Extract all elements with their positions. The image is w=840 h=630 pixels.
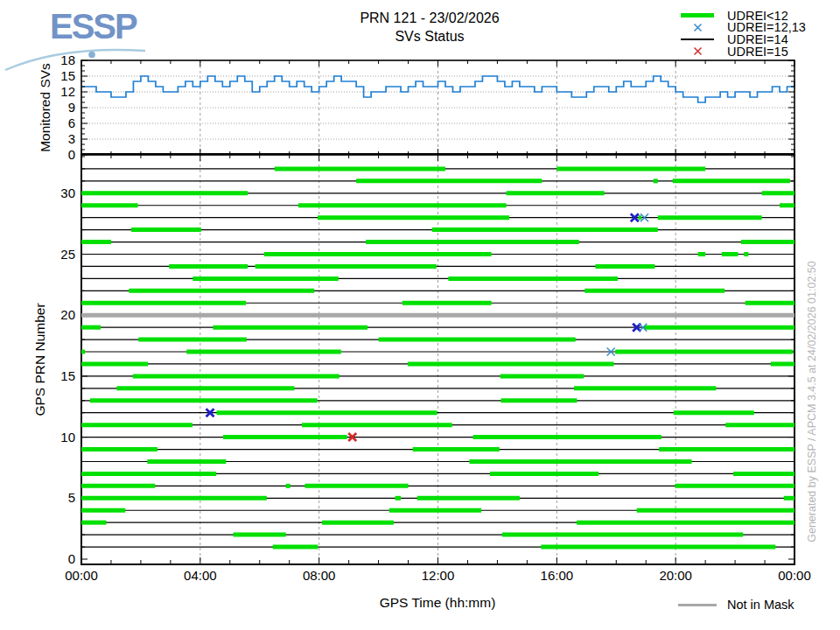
essp-logo: ESSP (0, 0, 175, 79)
svg-text:20: 20 (60, 307, 75, 322)
black-line-icon (672, 38, 723, 40)
red-x-icon (672, 46, 723, 56)
essp-logo-text: ESSP (50, 7, 136, 46)
not-in-mask-legend: Not in Mask (672, 598, 794, 612)
essp-logo-arc-icon (0, 44, 158, 77)
svg-text:04:00: 04:00 (184, 568, 217, 583)
svg-text:30: 30 (60, 186, 75, 200)
svg-text:16:00: 16:00 (541, 568, 574, 583)
svg-text:25: 25 (60, 247, 75, 262)
svg-text:6: 6 (68, 116, 75, 130)
svg-text:20:00: 20:00 (659, 568, 692, 583)
svg-text:10: 10 (60, 430, 75, 444)
generation-watermark: Generated by ESSP / APCM 3.4.5 at 24/02/… (806, 231, 818, 572)
svg-text:12:00: 12:00 (422, 568, 455, 583)
chart-title-line1: PRN 121 - 23/02/2026 (360, 9, 499, 27)
svg-text:15: 15 (60, 368, 75, 383)
chart-canvas: 036912151805101520253000:0004:0008:0012:… (0, 0, 840, 630)
svg-text:08:00: 08:00 (303, 568, 336, 583)
svg-text:12: 12 (60, 84, 75, 99)
svg-text:00:00: 00:00 (65, 568, 98, 583)
gray-line-icon (672, 604, 723, 606)
chart-title-line2: SVs Status (360, 27, 499, 46)
svg-text:3: 3 (68, 131, 75, 146)
udrei-legend: UDREI<12 UDREI=12,13 UDREI=14 UDREI=15 (672, 10, 806, 57)
gps-prn-axis-label: GPS PRN Number (32, 303, 48, 416)
monitored-svs-axis-label: Monitored SVs (38, 63, 53, 152)
legend-item-udrei-15: UDREI=15 (672, 46, 806, 58)
chart-title: PRN 121 - 23/02/2026 SVs Status (360, 9, 499, 46)
not-in-mask-label: Not in Mask (727, 598, 794, 612)
svg-text:0: 0 (68, 147, 75, 162)
svs-status-chart-page: 036912151805101520253000:0004:0008:0012:… (0, 0, 840, 630)
svg-text:9: 9 (68, 100, 75, 115)
gps-time-axis-label: GPS Time (hh:mm) (380, 595, 496, 611)
svg-text:5: 5 (68, 490, 75, 505)
legend-label-udrei-15: UDREI=15 (727, 45, 788, 59)
green-line-icon (672, 13, 723, 18)
blue-x-icon (672, 23, 723, 32)
svg-text:0: 0 (68, 551, 75, 566)
